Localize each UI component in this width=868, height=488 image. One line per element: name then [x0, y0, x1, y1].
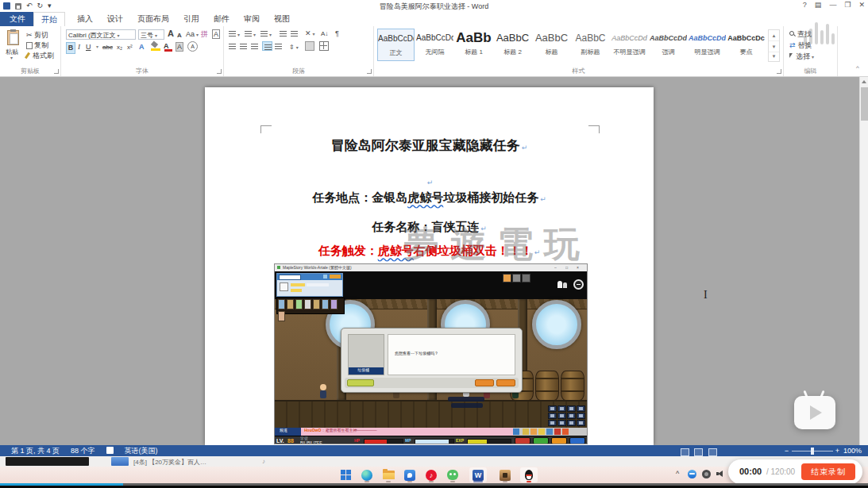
styles-gallery-scroll[interactable]: ▴ ▾ ▾	[768, 29, 780, 62]
multilevel-list-button[interactable]: ▾	[260, 29, 272, 40]
increase-indent-button[interactable]	[291, 29, 298, 40]
font-color-button[interactable]: A	[164, 41, 173, 52]
underline-button[interactable]: U	[86, 42, 91, 52]
line-spacing-button[interactable]: ⇕▾	[289, 42, 299, 53]
read-mode-icon[interactable]	[681, 448, 689, 456]
print-layout-icon[interactable]	[694, 448, 703, 456]
bilibili-play-button[interactable]	[794, 396, 835, 429]
tray-app-blue-icon[interactable]	[688, 470, 696, 478]
style-intense-emphasis[interactable]: AaBbCcDd明显强调	[689, 29, 726, 61]
doc-title-paragraph[interactable]: 冒险岛阿尔泰亚服宝藏隐藏任务↵	[205, 136, 654, 155]
help-button[interactable]: ?	[803, 1, 807, 9]
strikethrough-button[interactable]: abc	[102, 42, 113, 52]
tab-review[interactable]: 审阅	[237, 12, 267, 26]
taskbar-explorer[interactable]	[380, 467, 397, 482]
italic-button[interactable]: I	[78, 42, 80, 52]
paragraph-dialog-launcher[interactable]	[367, 69, 372, 74]
subscript-button[interactable]: x₂	[117, 42, 122, 52]
zoom-slider[interactable]	[792, 451, 833, 451]
style-normal[interactable]: AaBbCcDd正文	[377, 29, 415, 61]
taskbar-music-app[interactable]: ♪	[422, 467, 440, 482]
stop-recording-button[interactable]: 结束录制	[801, 463, 855, 480]
enclose-characters-button[interactable]: A	[187, 41, 198, 52]
tab-file[interactable]: 文件	[0, 12, 35, 26]
shrink-font-button[interactable]: A	[177, 30, 182, 40]
borders-button[interactable]	[319, 41, 329, 51]
font-size-combo[interactable]: 三号▾	[138, 29, 164, 40]
zoom-slider-thumb[interactable]	[811, 448, 814, 455]
start-button[interactable]	[337, 467, 354, 482]
align-left-button[interactable]	[229, 42, 236, 52]
styles-gallery-more-icon[interactable]: ▾	[769, 52, 779, 61]
sort-button[interactable]: A↓	[321, 29, 328, 39]
zoom-out-button[interactable]: −	[785, 445, 789, 456]
proofing-icon[interactable]	[106, 447, 114, 454]
restore-button[interactable]: ❐	[844, 1, 851, 9]
select-button[interactable]: 选择▾	[789, 52, 814, 63]
doc-location-paragraph[interactable]: 任务地点：金银岛虎鲸号垃圾桶接初始任务↵	[205, 190, 654, 206]
toast-thumbnail[interactable]	[111, 457, 129, 466]
embedded-game-screenshot[interactable]: MapleStory Worlds-Artale (繁體中文版) – □ ×	[274, 263, 588, 444]
taskbar-game[interactable]	[496, 467, 514, 482]
document-page[interactable]: 冒险岛阿尔泰亚服宝藏隐藏任务↵ ↵ 任务地点：金银岛虎鲸号垃圾桶接初始任务↵ 任…	[205, 87, 654, 445]
zoom-in-button[interactable]: +	[835, 445, 839, 456]
taskbar-browser-app[interactable]	[401, 467, 419, 482]
styles-scroll-down-icon[interactable]: ▾	[769, 40, 779, 52]
tray-app-dark-icon[interactable]	[702, 470, 711, 478]
phonetic-guide-button[interactable]: 拼	[201, 29, 208, 40]
copy-button[interactable]: 复制	[26, 40, 48, 51]
tab-references[interactable]: 引用	[176, 12, 206, 26]
taskbar-wechat[interactable]	[444, 467, 461, 482]
styles-dialog-launcher[interactable]	[777, 69, 781, 74]
style-heading2[interactable]: AaBbC标题 2	[494, 29, 531, 61]
tab-insert[interactable]: 插入	[70, 12, 100, 26]
tab-page-layout[interactable]: 页面布局	[130, 12, 176, 26]
style-subtitle[interactable]: AaBbC副标题	[572, 29, 609, 61]
mini-player-thumbnail[interactable]	[6, 457, 89, 466]
scrollbar-thumb[interactable]	[861, 87, 868, 121]
cut-button[interactable]: ✂ 剪切	[26, 30, 48, 40]
change-case-button[interactable]: Aa▾	[186, 29, 199, 40]
style-strong[interactable]: AaBbCcDc要点	[727, 29, 765, 61]
highlight-button[interactable]	[150, 40, 161, 51]
tab-design[interactable]: 设计	[100, 12, 130, 26]
web-layout-icon[interactable]	[708, 448, 717, 456]
tab-mailings[interactable]: 邮件	[206, 12, 237, 26]
paste-button[interactable]: 粘贴 ▾	[5, 30, 22, 62]
dialog-next-button[interactable]	[496, 379, 515, 386]
align-right-button[interactable]	[251, 42, 258, 52]
styles-scroll-up-icon[interactable]: ▴	[769, 30, 779, 40]
show-marks-button[interactable]: ¶	[335, 29, 339, 39]
numbering-button[interactable]: ▾	[245, 29, 256, 40]
tab-home[interactable]: 开始	[33, 12, 65, 26]
tray-expand-icon[interactable]: ^	[676, 470, 679, 478]
bold-button[interactable]: B	[66, 42, 75, 54]
word-count[interactable]: 88 个字	[71, 445, 95, 456]
style-subtle-emphasis[interactable]: AaBbCcDd不明显强调	[611, 29, 648, 61]
ribbon-options-button[interactable]: ▤	[815, 1, 822, 9]
bullets-button[interactable]: ▾	[229, 29, 240, 40]
dialog-end-chat-button[interactable]	[347, 379, 374, 386]
style-no-spacing[interactable]: AaBbCcDd无间隔	[416, 29, 453, 61]
style-emphasis[interactable]: AaBbCcDd强调	[650, 29, 687, 61]
minimize-button[interactable]: —	[829, 1, 836, 9]
shading-button[interactable]	[305, 41, 314, 51]
character-border-button[interactable]: A	[212, 29, 220, 39]
asian-layout-button[interactable]: ✕▾	[305, 29, 315, 40]
style-title[interactable]: AaBbC标题	[533, 29, 570, 61]
dialog-prev-button[interactable]	[475, 379, 494, 386]
distribute-button[interactable]	[275, 42, 282, 52]
taskbar-edge[interactable]	[358, 467, 376, 482]
paste-dropdown[interactable]: ▾	[10, 55, 13, 60]
close-button[interactable]: ✕	[858, 1, 865, 9]
tab-view[interactable]: 视图	[267, 12, 297, 26]
underline-dropdown[interactable]: ▾	[96, 42, 98, 52]
zoom-percentage[interactable]: 100%	[843, 445, 862, 456]
scroll-up-arrow[interactable]	[862, 80, 866, 83]
toast-text[interactable]: [4条] 【20万奖金】百人…	[133, 458, 206, 467]
format-painter-button[interactable]: 格式刷	[26, 51, 54, 61]
font-family-combo[interactable]: Calibri (西文正文▾	[66, 29, 136, 40]
doc-empty-paragraph[interactable]: ↵	[205, 175, 654, 188]
style-heading1[interactable]: AaBb标题 1	[455, 29, 492, 61]
superscript-button[interactable]: x²	[127, 42, 133, 52]
